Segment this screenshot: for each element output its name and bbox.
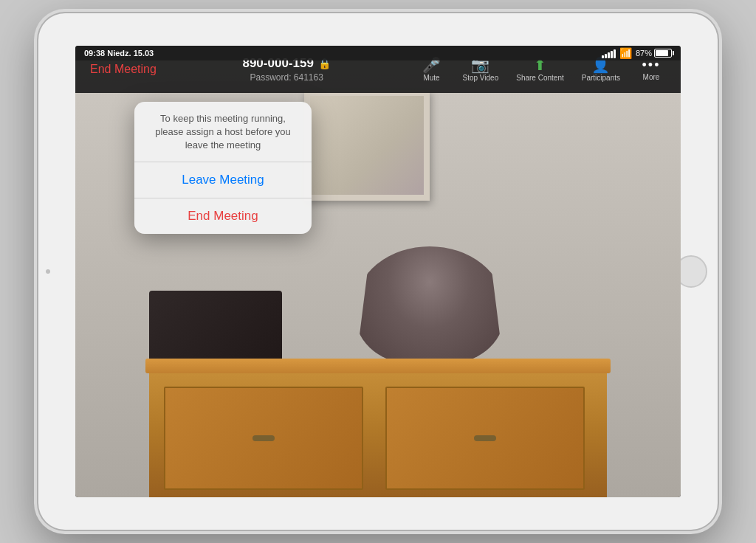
- screen: End Meeting 890-000-159 🔒 Password: 6411…: [75, 46, 681, 497]
- status-bar: 09:38 Niedz. 15.03 📶 87%: [75, 46, 681, 60]
- popup-message: To keep this meeting running, please ass…: [134, 102, 312, 162]
- wifi-icon: 📶: [619, 47, 632, 59]
- participants-label: Participants: [582, 74, 620, 82]
- mute-label: Mute: [423, 74, 439, 82]
- signal-bars: [602, 48, 616, 58]
- end-meeting-button[interactable]: End Meeting: [84, 60, 162, 79]
- stop-video-label: Stop Video: [463, 74, 499, 82]
- meeting-password: Password: 641163: [250, 72, 323, 83]
- leave-meeting-button[interactable]: Leave Meeting: [134, 162, 312, 198]
- battery-indicator: 87%: [636, 49, 672, 58]
- popup-overlay: To keep this meeting running, please ass…: [75, 93, 681, 497]
- camera-dot: [46, 269, 50, 274]
- ipad-frame: End Meeting 890-000-159 🔒 Password: 6411…: [38, 13, 718, 530]
- more-label: More: [643, 73, 660, 81]
- share-content-label: Share Content: [516, 74, 564, 82]
- leave-end-popup: To keep this meeting running, please ass…: [134, 102, 312, 234]
- battery-icon: [654, 49, 672, 58]
- end-meeting-popup-button[interactable]: End Meeting: [134, 198, 312, 234]
- status-time: 09:38 Niedz. 15.03: [84, 49, 154, 58]
- status-indicators: 📶 87%: [602, 47, 672, 59]
